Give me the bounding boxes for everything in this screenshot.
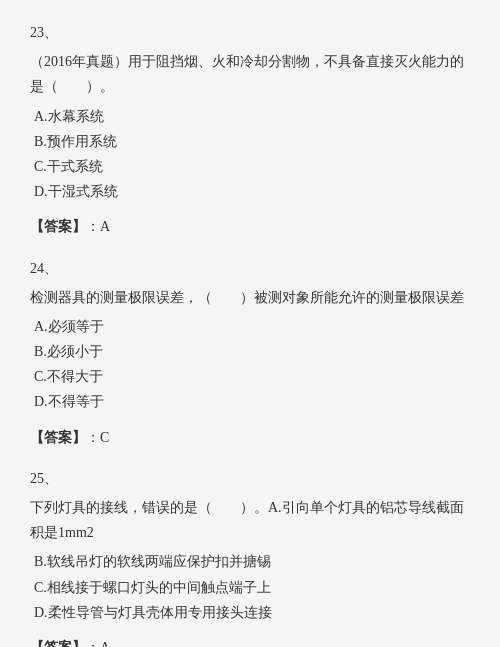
question-num-label: 23、: [30, 25, 58, 40]
question-block-1: 23、（2016年真题）用于阻挡烟、火和冷却分割物，不具备直接灭火能力的是（ ）…: [30, 20, 470, 240]
answer-label-2: 【答案】: [30, 430, 86, 445]
question-text-3: 下列灯具的接线，错误的是（ ）。A.引向单个灯具的铝芯导线截面积是1mm2: [30, 495, 470, 545]
question-block-3: 25、下列灯具的接线，错误的是（ ）。A.引向单个灯具的铝芯导线截面积是1mm2…: [30, 466, 470, 647]
answer-block-2: 【答案】：C: [30, 425, 470, 450]
question-num-label: 24、: [30, 261, 58, 276]
answer-label-1: 【答案】: [30, 219, 86, 234]
answer-value-1: ：A: [86, 219, 110, 234]
option-q25-B: B.软线吊灯的软线两端应保护扣并搪锡: [34, 549, 470, 574]
option-q23-A: A.水幕系统: [34, 104, 470, 129]
answer-value-3: ：A: [86, 640, 110, 647]
option-q24-A: A.必须等于: [34, 314, 470, 339]
option-q25-C: C.相线接于螺口灯头的中间触点端子上: [34, 575, 470, 600]
option-q23-C: C.干式系统: [34, 154, 470, 179]
option-q23-B: B.预作用系统: [34, 129, 470, 154]
question-text-2: 检测器具的测量极限误差，（ ）被测对象所能允许的测量极限误差: [30, 285, 470, 310]
question-number-3: 25、: [30, 466, 470, 491]
option-q23-D: D.干湿式系统: [34, 179, 470, 204]
quiz-container: 23、（2016年真题）用于阻挡烟、火和冷却分割物，不具备直接灭火能力的是（ ）…: [30, 20, 470, 647]
answer-value-2: ：C: [86, 430, 109, 445]
option-q24-B: B.必须小于: [34, 339, 470, 364]
question-block-2: 24、检测器具的测量极限误差，（ ）被测对象所能允许的测量极限误差A.必须等于B…: [30, 256, 470, 450]
option-q25-D: D.柔性导管与灯具壳体用专用接头连接: [34, 600, 470, 625]
option-q24-C: C.不得大于: [34, 364, 470, 389]
question-number-2: 24、: [30, 256, 470, 281]
option-q24-D: D.不得等于: [34, 389, 470, 414]
answer-block-1: 【答案】：A: [30, 214, 470, 239]
answer-label-3: 【答案】: [30, 640, 86, 647]
question-text-1: （2016年真题）用于阻挡烟、火和冷却分割物，不具备直接灭火能力的是（ ）。: [30, 49, 470, 99]
question-num-label: 25、: [30, 471, 58, 486]
question-number-1: 23、: [30, 20, 470, 45]
answer-block-3: 【答案】：A: [30, 635, 470, 647]
